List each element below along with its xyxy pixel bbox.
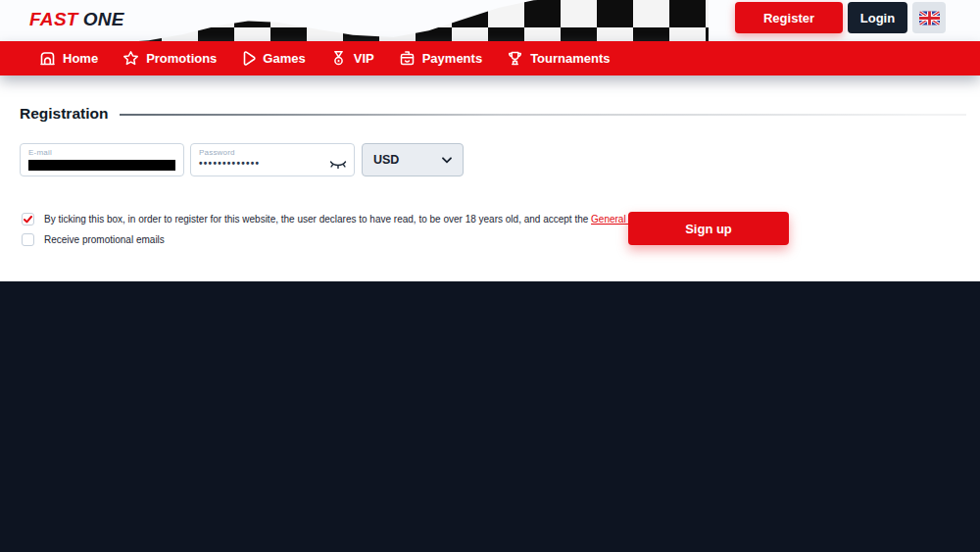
title-divider <box>120 114 966 116</box>
login-button-label: Login <box>860 11 895 25</box>
sign-up-button-label: Sign up <box>685 222 732 236</box>
uk-flag-icon <box>919 11 940 25</box>
wallet-icon <box>399 50 416 67</box>
currency-selected-value: USD <box>373 153 399 167</box>
password-visibility-toggle-icon[interactable] <box>329 157 347 175</box>
register-button[interactable]: Register <box>735 2 843 33</box>
checkmark-icon <box>24 216 32 224</box>
home-icon <box>39 50 56 67</box>
main-navigation: Home Promotions Games VIP Payments Tourn… <box>0 41 980 75</box>
password-field[interactable]: Password ••••••••••••• <box>190 143 355 176</box>
nav-label: Games <box>263 51 305 66</box>
brand-logo-first: FAST <box>29 9 78 29</box>
play-icon <box>241 50 256 67</box>
email-value-redacted <box>28 160 175 171</box>
chevron-down-icon <box>442 153 452 167</box>
nav-item-tournaments[interactable]: Tournaments <box>507 50 610 67</box>
nav-label: Promotions <box>146 51 217 66</box>
nav-label: Home <box>63 51 98 66</box>
footer: FASTONE RU EN Website sections Terms of … <box>0 281 980 552</box>
email-field[interactable]: E-mail <box>20 143 184 176</box>
nav-item-games[interactable]: Games <box>241 50 305 67</box>
login-button[interactable]: Login <box>848 2 907 33</box>
top-header: FASTONE Register Login <box>0 0 980 41</box>
checkered-flag-image <box>125 0 709 41</box>
email-field-label: E-mail <box>28 148 52 157</box>
language-selector-button[interactable] <box>912 2 946 33</box>
terms-checkbox[interactable] <box>22 213 34 226</box>
nav-item-home[interactable]: Home <box>39 50 98 67</box>
nav-item-payments[interactable]: Payments <box>399 50 482 67</box>
brand-logo[interactable]: FASTONE <box>29 9 124 30</box>
promo-emails-checkbox[interactable] <box>22 233 34 246</box>
nav-item-vip[interactable]: VIP <box>330 50 374 67</box>
brand-logo-second: ONE <box>83 9 124 29</box>
register-button-label: Register <box>763 11 814 25</box>
medal-icon <box>330 50 347 67</box>
nav-item-promotions[interactable]: Promotions <box>122 50 217 67</box>
terms-text-before: By ticking this box, in order to registe… <box>44 214 591 225</box>
sign-up-button[interactable]: Sign up <box>628 212 789 245</box>
star-icon <box>122 50 139 67</box>
nav-label: VIP <box>354 51 374 66</box>
password-masked-value: ••••••••••••• <box>199 158 260 169</box>
nav-label: Tournaments <box>530 51 610 66</box>
currency-select[interactable]: USD <box>362 143 464 176</box>
promo-emails-label: Receive promotional emails <box>44 234 165 245</box>
trophy-icon <box>507 50 523 67</box>
page-title: Registration <box>20 105 108 123</box>
password-field-label: Password <box>199 148 235 157</box>
terms-checkbox-label: By ticking this box, in order to registe… <box>44 214 632 225</box>
nav-label: Payments <box>422 51 482 66</box>
